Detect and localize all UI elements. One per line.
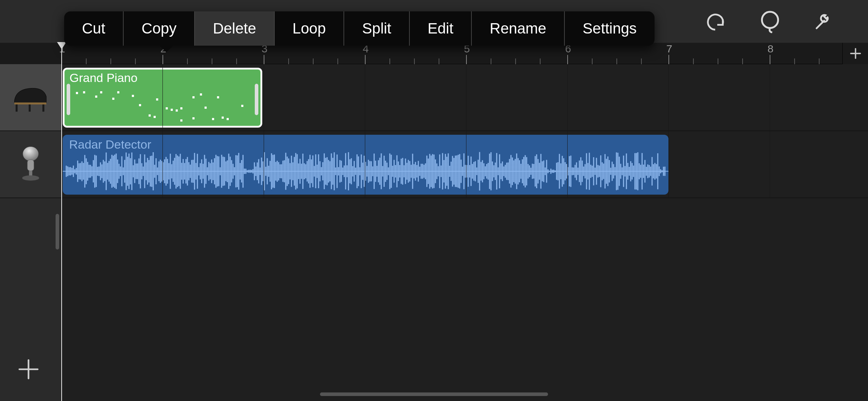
microphone-icon	[11, 144, 50, 185]
region-handle-right[interactable]	[255, 84, 258, 115]
bar-number: 7	[666, 43, 672, 55]
add-region-button[interactable]	[842, 43, 868, 64]
context-menu-cut[interactable]: Cut	[64, 11, 124, 46]
context-menu-settings[interactable]: Settings	[565, 11, 655, 46]
svg-rect-9	[27, 160, 34, 171]
add-track-button[interactable]	[16, 357, 41, 383]
svg-line-1	[817, 21, 824, 28]
context-menu-loop[interactable]: Loop	[275, 11, 344, 46]
context-menu-split[interactable]: Split	[344, 11, 410, 46]
track-lane-piano[interactable]: Grand Piano	[61, 64, 868, 131]
tracks-sidebar	[0, 64, 61, 401]
svg-rect-6	[42, 104, 45, 112]
svg-rect-7	[29, 104, 31, 112]
track-lane-audio[interactable]: Radar Detector	[61, 131, 868, 198]
track-header-piano[interactable]	[0, 64, 61, 131]
audio-region[interactable]: Radar Detector	[63, 135, 668, 195]
track-header-mic[interactable]	[0, 131, 61, 198]
sidebar-scrollbar[interactable]	[56, 214, 59, 250]
midi-notes	[71, 89, 253, 122]
region-handle-left[interactable]	[67, 84, 70, 115]
wrench-icon[interactable]	[811, 9, 836, 34]
piano-icon	[11, 77, 50, 118]
audio-waveform	[63, 151, 668, 192]
svg-rect-4	[14, 103, 46, 105]
tracks-area[interactable]: Grand Piano Radar Detector	[61, 64, 868, 401]
context-menu-delete[interactable]: Delete	[195, 11, 274, 46]
context-menu-copy[interactable]: Copy	[124, 11, 195, 46]
loop-icon[interactable]	[758, 9, 782, 34]
context-menu: Cut Copy Delete Loop Split Edit Rename S…	[64, 11, 655, 46]
region-label: Radar Detector	[69, 138, 151, 151]
bar-number: 8	[768, 43, 774, 55]
ruler-bars: 12345678	[61, 43, 842, 64]
region-label: Grand Piano	[69, 71, 138, 85]
context-menu-edit[interactable]: Edit	[410, 11, 472, 46]
playhead[interactable]	[61, 43, 62, 401]
svg-point-8	[23, 146, 38, 161]
context-menu-rename[interactable]: Rename	[472, 11, 565, 46]
svg-point-0	[762, 12, 778, 28]
svg-point-11	[22, 175, 39, 181]
home-indicator	[320, 392, 548, 396]
undo-icon[interactable]	[704, 9, 729, 34]
svg-rect-5	[16, 104, 18, 112]
